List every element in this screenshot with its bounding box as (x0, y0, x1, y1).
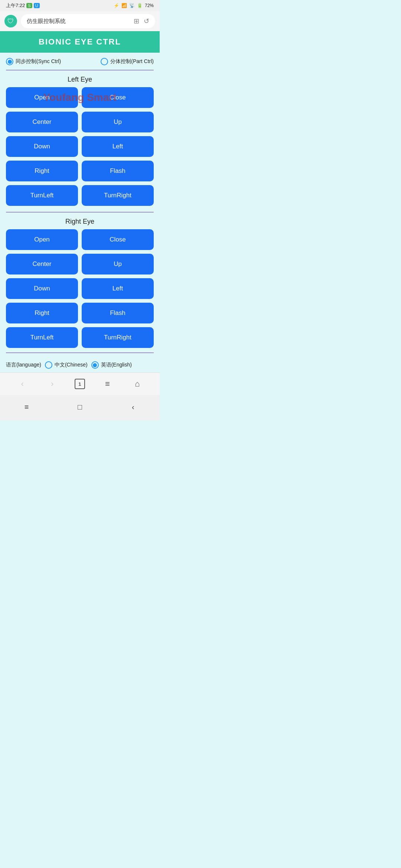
english-option[interactable]: 英语(English) (91, 361, 132, 369)
refresh-icon[interactable]: ↺ (144, 17, 149, 25)
browser-bar: 🛡 仿生眼控制系统 ⊞ ↺ (0, 11, 160, 31)
left-eye-turnleft-button[interactable]: TurnLeft (6, 185, 78, 206)
browser-shield-icon: 🛡 (4, 15, 17, 27)
bookmark-icon[interactable]: ⊞ (134, 17, 139, 25)
left-eye-open-button[interactable]: Open (6, 87, 78, 108)
right-eye-up-button[interactable]: Up (82, 254, 154, 274)
bluetooth-icon: ⚡ (114, 3, 119, 8)
battery-level: 72% (145, 3, 154, 8)
status-right: ⚡ 📶 📡 🔋 72% (114, 3, 154, 8)
browser-url-bar[interactable]: 仿生眼控制系统 ⊞ ↺ (21, 14, 155, 28)
part-ctrl-label: 分体控制(Part Ctrl) (110, 58, 154, 65)
right-eye-turnleft-button[interactable]: TurnLeft (6, 327, 78, 348)
signal-icon: 📶 (121, 3, 127, 8)
sync-ctrl-option[interactable]: 同步控制(Sync Ctrl) (6, 58, 61, 65)
right-eye-buttons: Open Close Center Up Down Left Right Fla… (6, 229, 154, 348)
sync-ctrl-label: 同步控制(Sync Ctrl) (16, 58, 61, 65)
right-eye-right-button[interactable]: Right (6, 303, 78, 323)
right-eye-center-button[interactable]: Center (6, 254, 78, 274)
left-eye-buttons: Center Up Down Left Right Flash TurnLeft… (6, 112, 154, 206)
sys-menu-icon[interactable]: ≡ (19, 399, 35, 415)
right-eye-open-button[interactable]: Open (6, 229, 78, 250)
right-eye-flash-button[interactable]: Flash (82, 303, 154, 323)
sys-back-icon[interactable]: ‹ (125, 399, 141, 415)
left-eye-section: Left Eye Open Close Youfang Smart Center… (0, 70, 160, 210)
vpn-icon: U (34, 3, 40, 8)
part-ctrl-option[interactable]: 分体控制(Part Ctrl) (101, 58, 154, 65)
right-eye-close-button[interactable]: Close (82, 229, 154, 250)
part-ctrl-radio[interactable] (101, 58, 108, 65)
right-eye-down-button[interactable]: Down (6, 278, 78, 299)
left-eye-center-button[interactable]: Center (6, 112, 78, 132)
left-eye-open-close-container: Open Close Youfang Smart (6, 87, 154, 108)
left-eye-title: Left Eye (6, 70, 154, 87)
left-eye-turnright-button[interactable]: TurnRight (82, 185, 154, 206)
status-bar: 上午7:22 S U ⚡ 📶 📡 🔋 72% (0, 0, 160, 11)
left-eye-up-button[interactable]: Up (82, 112, 154, 132)
language-divider (6, 352, 154, 353)
url-action-icons: ⊞ ↺ (134, 17, 149, 25)
sync-ctrl-radio[interactable] (6, 58, 13, 65)
right-eye-title: Right Eye (6, 213, 154, 229)
status-left: 上午7:22 S U (6, 2, 40, 9)
app-header: BIONIC EYE CTRL (0, 31, 160, 53)
chinese-label: 中文(Chinese) (55, 362, 88, 368)
english-label: 英语(English) (101, 362, 132, 368)
left-eye-close-button[interactable]: Close (82, 87, 154, 108)
url-text: 仿生眼控制系统 (27, 18, 66, 25)
back-button[interactable]: ‹ (15, 377, 30, 391)
chinese-radio[interactable] (45, 361, 52, 369)
left-eye-flash-button[interactable]: Flash (82, 161, 154, 181)
left-eye-right-button[interactable]: Right (6, 161, 78, 181)
tabs-button[interactable]: 1 (75, 379, 85, 389)
forward-button[interactable]: › (45, 377, 60, 391)
sim-icon: S (26, 3, 32, 8)
system-nav-bar: ≡ □ ‹ (0, 395, 160, 420)
right-eye-turnright-button[interactable]: TurnRight (82, 327, 154, 348)
control-mode-row: 同步控制(Sync Ctrl) 分体控制(Part Ctrl) (0, 53, 160, 68)
left-eye-down-button[interactable]: Down (6, 136, 78, 157)
language-label: 语言(language) (6, 362, 41, 368)
home-button[interactable]: ⌂ (130, 377, 145, 391)
left-eye-open-close-row: Open Close (6, 87, 154, 108)
left-eye-left-button[interactable]: Left (82, 136, 154, 157)
language-row: 语言(language) 中文(Chinese) 英语(English) (0, 356, 160, 372)
english-radio[interactable] (91, 361, 99, 369)
sys-home-icon[interactable]: □ (72, 399, 88, 415)
right-eye-section: Right Eye Open Close Center Up Down Left… (0, 213, 160, 352)
browser-nav-bar: ‹ › 1 ≡ ⌂ (0, 372, 160, 395)
status-time: 上午7:22 (6, 2, 25, 9)
battery-icon: 🔋 (137, 3, 143, 8)
app-title: BIONIC EYE CTRL (6, 37, 154, 47)
menu-button[interactable]: ≡ (100, 377, 115, 391)
wifi-icon: 📡 (129, 3, 135, 8)
right-eye-left-button[interactable]: Left (82, 278, 154, 299)
chinese-option[interactable]: 中文(Chinese) (45, 361, 88, 369)
